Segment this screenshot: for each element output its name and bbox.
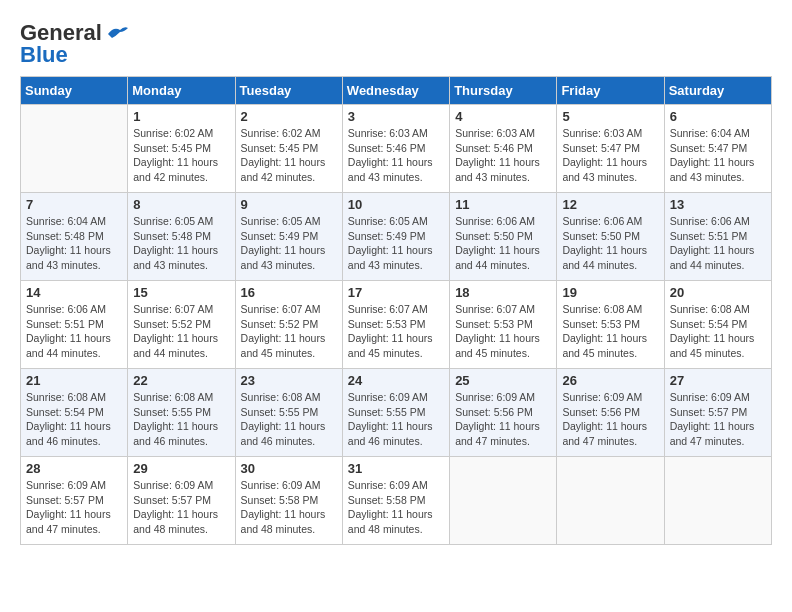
day-number: 8 bbox=[133, 197, 229, 212]
day-number: 13 bbox=[670, 197, 766, 212]
day-info: Sunrise: 6:06 AMSunset: 5:50 PMDaylight:… bbox=[455, 214, 551, 273]
day-info: Sunrise: 6:07 AMSunset: 5:52 PMDaylight:… bbox=[241, 302, 337, 361]
day-info: Sunrise: 6:05 AMSunset: 5:49 PMDaylight:… bbox=[348, 214, 444, 273]
calendar-cell: 5Sunrise: 6:03 AMSunset: 5:47 PMDaylight… bbox=[557, 105, 664, 193]
day-number: 12 bbox=[562, 197, 658, 212]
day-number: 6 bbox=[670, 109, 766, 124]
calendar-cell: 3Sunrise: 6:03 AMSunset: 5:46 PMDaylight… bbox=[342, 105, 449, 193]
day-number: 5 bbox=[562, 109, 658, 124]
header-tuesday: Tuesday bbox=[235, 77, 342, 105]
day-info: Sunrise: 6:08 AMSunset: 5:53 PMDaylight:… bbox=[562, 302, 658, 361]
day-number: 15 bbox=[133, 285, 229, 300]
calendar-cell: 30Sunrise: 6:09 AMSunset: 5:58 PMDayligh… bbox=[235, 457, 342, 545]
day-number: 2 bbox=[241, 109, 337, 124]
day-number: 23 bbox=[241, 373, 337, 388]
calendar-cell: 12Sunrise: 6:06 AMSunset: 5:50 PMDayligh… bbox=[557, 193, 664, 281]
day-number: 18 bbox=[455, 285, 551, 300]
logo-bird-icon bbox=[106, 24, 128, 42]
calendar-cell: 27Sunrise: 6:09 AMSunset: 5:57 PMDayligh… bbox=[664, 369, 771, 457]
day-info: Sunrise: 6:03 AMSunset: 5:46 PMDaylight:… bbox=[348, 126, 444, 185]
day-number: 21 bbox=[26, 373, 122, 388]
day-number: 11 bbox=[455, 197, 551, 212]
day-info: Sunrise: 6:06 AMSunset: 5:50 PMDaylight:… bbox=[562, 214, 658, 273]
calendar-cell: 23Sunrise: 6:08 AMSunset: 5:55 PMDayligh… bbox=[235, 369, 342, 457]
day-number: 25 bbox=[455, 373, 551, 388]
day-number: 22 bbox=[133, 373, 229, 388]
day-info: Sunrise: 6:08 AMSunset: 5:54 PMDaylight:… bbox=[26, 390, 122, 449]
header-friday: Friday bbox=[557, 77, 664, 105]
calendar-table: SundayMondayTuesdayWednesdayThursdayFrid… bbox=[20, 76, 772, 545]
day-number: 20 bbox=[670, 285, 766, 300]
day-info: Sunrise: 6:03 AMSunset: 5:47 PMDaylight:… bbox=[562, 126, 658, 185]
day-info: Sunrise: 6:04 AMSunset: 5:47 PMDaylight:… bbox=[670, 126, 766, 185]
day-info: Sunrise: 6:06 AMSunset: 5:51 PMDaylight:… bbox=[26, 302, 122, 361]
calendar-week-row: 28Sunrise: 6:09 AMSunset: 5:57 PMDayligh… bbox=[21, 457, 772, 545]
calendar-cell bbox=[450, 457, 557, 545]
day-info: Sunrise: 6:06 AMSunset: 5:51 PMDaylight:… bbox=[670, 214, 766, 273]
calendar-cell: 15Sunrise: 6:07 AMSunset: 5:52 PMDayligh… bbox=[128, 281, 235, 369]
day-info: Sunrise: 6:05 AMSunset: 5:49 PMDaylight:… bbox=[241, 214, 337, 273]
calendar-cell: 29Sunrise: 6:09 AMSunset: 5:57 PMDayligh… bbox=[128, 457, 235, 545]
day-number: 17 bbox=[348, 285, 444, 300]
day-info: Sunrise: 6:09 AMSunset: 5:57 PMDaylight:… bbox=[26, 478, 122, 537]
day-number: 4 bbox=[455, 109, 551, 124]
day-info: Sunrise: 6:07 AMSunset: 5:53 PMDaylight:… bbox=[348, 302, 444, 361]
day-info: Sunrise: 6:07 AMSunset: 5:53 PMDaylight:… bbox=[455, 302, 551, 361]
calendar-cell: 16Sunrise: 6:07 AMSunset: 5:52 PMDayligh… bbox=[235, 281, 342, 369]
calendar-cell: 28Sunrise: 6:09 AMSunset: 5:57 PMDayligh… bbox=[21, 457, 128, 545]
day-info: Sunrise: 6:03 AMSunset: 5:46 PMDaylight:… bbox=[455, 126, 551, 185]
day-number: 9 bbox=[241, 197, 337, 212]
calendar-cell: 7Sunrise: 6:04 AMSunset: 5:48 PMDaylight… bbox=[21, 193, 128, 281]
day-number: 10 bbox=[348, 197, 444, 212]
calendar-cell: 13Sunrise: 6:06 AMSunset: 5:51 PMDayligh… bbox=[664, 193, 771, 281]
logo: General Blue bbox=[20, 20, 128, 68]
day-info: Sunrise: 6:09 AMSunset: 5:57 PMDaylight:… bbox=[670, 390, 766, 449]
day-number: 7 bbox=[26, 197, 122, 212]
header-sunday: Sunday bbox=[21, 77, 128, 105]
calendar-cell: 25Sunrise: 6:09 AMSunset: 5:56 PMDayligh… bbox=[450, 369, 557, 457]
day-info: Sunrise: 6:08 AMSunset: 5:55 PMDaylight:… bbox=[241, 390, 337, 449]
day-number: 27 bbox=[670, 373, 766, 388]
calendar-cell: 2Sunrise: 6:02 AMSunset: 5:45 PMDaylight… bbox=[235, 105, 342, 193]
calendar-week-row: 1Sunrise: 6:02 AMSunset: 5:45 PMDaylight… bbox=[21, 105, 772, 193]
calendar-cell: 6Sunrise: 6:04 AMSunset: 5:47 PMDaylight… bbox=[664, 105, 771, 193]
day-info: Sunrise: 6:09 AMSunset: 5:58 PMDaylight:… bbox=[348, 478, 444, 537]
day-number: 24 bbox=[348, 373, 444, 388]
day-info: Sunrise: 6:07 AMSunset: 5:52 PMDaylight:… bbox=[133, 302, 229, 361]
calendar-cell: 14Sunrise: 6:06 AMSunset: 5:51 PMDayligh… bbox=[21, 281, 128, 369]
day-number: 29 bbox=[133, 461, 229, 476]
calendar-cell: 22Sunrise: 6:08 AMSunset: 5:55 PMDayligh… bbox=[128, 369, 235, 457]
calendar-cell: 4Sunrise: 6:03 AMSunset: 5:46 PMDaylight… bbox=[450, 105, 557, 193]
day-info: Sunrise: 6:09 AMSunset: 5:55 PMDaylight:… bbox=[348, 390, 444, 449]
calendar-cell: 10Sunrise: 6:05 AMSunset: 5:49 PMDayligh… bbox=[342, 193, 449, 281]
calendar-cell bbox=[21, 105, 128, 193]
day-info: Sunrise: 6:09 AMSunset: 5:57 PMDaylight:… bbox=[133, 478, 229, 537]
day-info: Sunrise: 6:08 AMSunset: 5:55 PMDaylight:… bbox=[133, 390, 229, 449]
calendar-cell: 20Sunrise: 6:08 AMSunset: 5:54 PMDayligh… bbox=[664, 281, 771, 369]
calendar-cell: 8Sunrise: 6:05 AMSunset: 5:48 PMDaylight… bbox=[128, 193, 235, 281]
day-number: 16 bbox=[241, 285, 337, 300]
day-info: Sunrise: 6:04 AMSunset: 5:48 PMDaylight:… bbox=[26, 214, 122, 273]
calendar-cell: 19Sunrise: 6:08 AMSunset: 5:53 PMDayligh… bbox=[557, 281, 664, 369]
calendar-cell: 11Sunrise: 6:06 AMSunset: 5:50 PMDayligh… bbox=[450, 193, 557, 281]
calendar-cell: 18Sunrise: 6:07 AMSunset: 5:53 PMDayligh… bbox=[450, 281, 557, 369]
header-thursday: Thursday bbox=[450, 77, 557, 105]
day-number: 26 bbox=[562, 373, 658, 388]
day-number: 19 bbox=[562, 285, 658, 300]
day-info: Sunrise: 6:09 AMSunset: 5:56 PMDaylight:… bbox=[562, 390, 658, 449]
header-wednesday: Wednesday bbox=[342, 77, 449, 105]
calendar-cell: 31Sunrise: 6:09 AMSunset: 5:58 PMDayligh… bbox=[342, 457, 449, 545]
calendar-week-row: 14Sunrise: 6:06 AMSunset: 5:51 PMDayligh… bbox=[21, 281, 772, 369]
header-monday: Monday bbox=[128, 77, 235, 105]
calendar-cell: 21Sunrise: 6:08 AMSunset: 5:54 PMDayligh… bbox=[21, 369, 128, 457]
calendar-header-row: SundayMondayTuesdayWednesdayThursdayFrid… bbox=[21, 77, 772, 105]
day-number: 14 bbox=[26, 285, 122, 300]
calendar-cell bbox=[664, 457, 771, 545]
calendar-cell: 1Sunrise: 6:02 AMSunset: 5:45 PMDaylight… bbox=[128, 105, 235, 193]
header-saturday: Saturday bbox=[664, 77, 771, 105]
calendar-week-row: 7Sunrise: 6:04 AMSunset: 5:48 PMDaylight… bbox=[21, 193, 772, 281]
calendar-cell: 9Sunrise: 6:05 AMSunset: 5:49 PMDaylight… bbox=[235, 193, 342, 281]
day-number: 28 bbox=[26, 461, 122, 476]
calendar-cell: 26Sunrise: 6:09 AMSunset: 5:56 PMDayligh… bbox=[557, 369, 664, 457]
logo-blue: Blue bbox=[20, 42, 68, 68]
